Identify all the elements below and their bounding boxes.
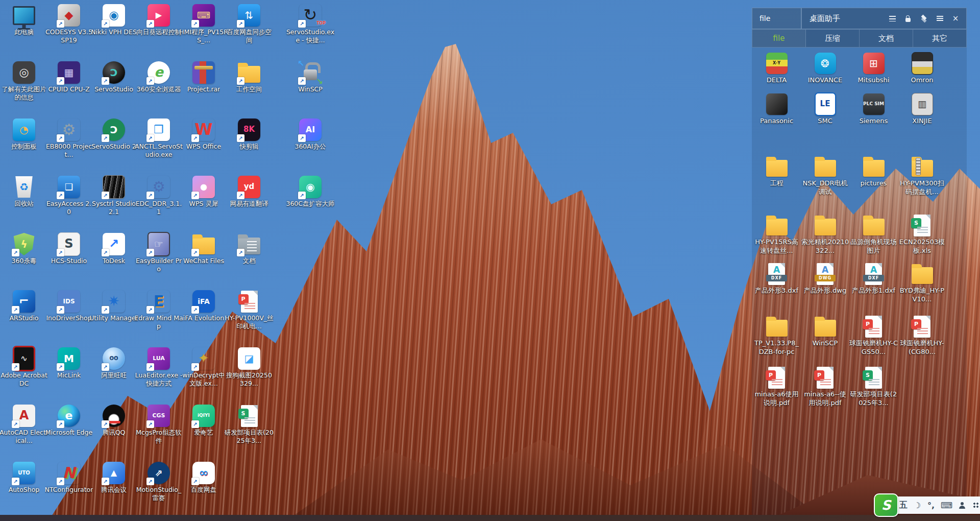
desktop-icon[interactable]: PHY-PV1000V_丝印机电...	[225, 290, 274, 330]
desktop-icon[interactable]: CGS↗McgsPro组态软件	[134, 405, 183, 445]
desktop-icon[interactable]: ▦↗CPUID CPU-Z	[44, 61, 93, 93]
desktop-icon[interactable]: ↗腾讯QQ	[89, 405, 138, 437]
punctuation-toggle[interactable]: °,	[927, 501, 935, 510]
lock-icon[interactable]	[904, 14, 912, 22]
desktop-icon[interactable]: IDS↗InoDriverShop	[44, 290, 93, 322]
menu-icon[interactable]	[936, 14, 944, 22]
tab-压缩[interactable]: 压缩	[806, 30, 860, 47]
file-item[interactable]: 工程	[752, 156, 801, 188]
assistant-window-tab[interactable]: file	[752, 8, 801, 29]
desktop-icon[interactable]: 此电脑	[0, 4, 48, 36]
file-item[interactable]: WinSCP	[801, 316, 849, 348]
file-item[interactable]: TP_V1.33.P8_DZB-for-pc	[752, 316, 801, 357]
desktop-icon[interactable]: ●↗WPS 灵犀	[179, 176, 228, 208]
file-item[interactable]: HY-PVM300扫码摆盘机...	[898, 156, 946, 197]
sogou-logo-icon[interactable]: S	[874, 493, 898, 517]
desktop-icon[interactable]: ↻TOP↗ServoStudio.exe - 快捷...	[286, 4, 335, 44]
desktop-icon[interactable]: UTO↗AutoShop	[0, 462, 48, 494]
desktop-icon[interactable]: ◎了解有关此图片的信息	[0, 61, 48, 102]
desktop-icon[interactable]: ↖↘↗WinSCP	[286, 61, 335, 93]
desktop-icon[interactable]: ▶↗向日葵远程控制	[134, 4, 183, 36]
desktop-icon[interactable]: ↗Sysctrl Studio 2.1	[89, 176, 138, 216]
desktop-icon[interactable]: Ɔ↗ServoStudio 2	[89, 119, 138, 151]
desktop-icon[interactable]: ◆↗CODESYS V3.5 SP19	[44, 4, 93, 44]
desktop-icon[interactable]: LUA↗LuaEditor.exe - 快捷方式	[134, 347, 183, 388]
file-item[interactable]: ❂INOVANCE	[801, 53, 849, 85]
file-item[interactable]: NSK_DDR电机调试	[801, 156, 849, 197]
desktop-icon[interactable]: ʘʘ↗阿里旺旺	[89, 347, 138, 380]
desktop-icon[interactable]: S研发部项目表(2025年3...	[225, 405, 274, 445]
file-item[interactable]: 晶源倒角机现场图片	[849, 215, 898, 255]
desktop-icon[interactable]: iFA↗iFA Evolution	[179, 290, 228, 322]
desktop-icon[interactable]: AI↗360AI办公	[286, 119, 335, 151]
desktop-icon[interactable]: e↗Microsoft Edge	[44, 405, 93, 437]
desktop-icon[interactable]: e↗360安全浏览器	[134, 61, 183, 93]
wubi-mode-button[interactable]: 五	[899, 500, 908, 511]
desktop-icon[interactable]: ◪搜狗截图20250329...	[225, 347, 274, 388]
desktop-icon[interactable]: ⇅↗百度网盘同步空间	[225, 4, 274, 44]
file-item[interactable]: HY-PV15RS高速转盘丝...	[752, 215, 801, 255]
user-icon[interactable]	[958, 502, 966, 509]
file-item[interactable]: ▥XINJIE	[898, 93, 946, 126]
file-item[interactable]: ADXF产品外形1.dxf	[849, 263, 898, 295]
virtual-keyboard-icon[interactable]: ⌨	[941, 501, 952, 510]
desktop-icon[interactable]: S↗HCS-Studio	[44, 233, 93, 265]
file-item[interactable]: ADXF产品外形3.dxf	[752, 263, 801, 295]
taskbar-edge[interactable]	[0, 515, 980, 521]
tab-其它[interactable]: 其它	[913, 30, 966, 47]
desktop-icon[interactable]: ∿↗Adobe Acrobat DC	[0, 347, 48, 388]
desktop-icon[interactable]: ⇗↗MotionStudio_雷赛	[134, 462, 183, 502]
desktop-icon[interactable]: Ɔ↗ServoStudio	[89, 61, 138, 93]
file-item[interactable]: Omron	[898, 53, 946, 85]
desktop-icon[interactable]: 8K↗快剪辑	[225, 119, 274, 151]
desktop-icon[interactable]: ↗↗ToDesk	[89, 233, 138, 265]
file-item[interactable]: P球面铣磨机HY-CGS50...	[849, 316, 898, 357]
desktop-icon[interactable]: ❑↗EasyAccess 2.0	[44, 176, 93, 216]
desktop-icon[interactable]: ϟ↗360杀毒	[0, 233, 48, 265]
desktop-icon[interactable]: ↗工作空间	[225, 61, 274, 93]
desktop-icon[interactable]: ⚙↗EB8000 Project...	[44, 119, 93, 159]
file-item[interactable]: Panasonic	[752, 93, 801, 126]
desktop-icon[interactable]: ◉↗360C盘扩容大师	[286, 176, 335, 208]
desktop-icon[interactable]: W↗WPS Office	[179, 119, 228, 151]
file-item[interactable]: Pminas-a6--使用说明.pdf	[801, 367, 849, 408]
desktop-icon[interactable]: E↗Edraw Mind Map	[134, 290, 183, 330]
file-item[interactable]: S研发部项目表(2025年3...	[849, 367, 898, 408]
desktop-icon[interactable]: ✦↗winDecrypt中文版.ex...	[179, 347, 228, 388]
desktop-icon[interactable]: ⚙↗EDC_DDR_3.1.1	[134, 176, 183, 216]
close-icon[interactable]: ×	[951, 14, 960, 22]
file-item[interactable]: SECN202503模板.xls	[898, 215, 946, 255]
file-item[interactable]: BYD弗迪_HY-PV10...	[898, 263, 946, 304]
desktop-icon[interactable]: Project.rar	[179, 61, 228, 93]
tab-file[interactable]: file	[752, 30, 806, 47]
night-mode-icon[interactable]: ☽	[913, 501, 921, 510]
desktop-icon[interactable]: A↗AutoCAD Electrical...	[0, 405, 48, 445]
file-item[interactable]: Pminas-a6使用说明.pdf	[752, 367, 801, 408]
desktop-icon[interactable]: ✷↗Utility Manager	[89, 290, 138, 322]
desktop-icon[interactable]: ◉↗Nikki VPH DES	[89, 4, 138, 36]
list-view-icon[interactable]	[888, 14, 896, 22]
file-item[interactable]: 索光精机20210322...	[801, 215, 849, 255]
desktop-icon[interactable]: ⌐↗ARStudio	[0, 290, 48, 322]
desktop-icon[interactable]: ∞↗百度网盘	[179, 462, 228, 494]
desktop-icon[interactable]: ◔控制面板	[0, 119, 48, 151]
desktop-icon[interactable]: iQIYI↗爱奇艺	[179, 405, 228, 437]
desktop-icon[interactable]: yd↗网易有道翻译	[225, 176, 274, 208]
tab-文档[interactable]: 文档	[860, 30, 913, 47]
desktop-icon[interactable]: ⌨↗HMI程序_PV15RS_...	[179, 4, 228, 44]
file-item[interactable]: ADWG产品外形.dwg	[801, 263, 849, 295]
desktop-icon[interactable]: M↗MicLink	[44, 347, 93, 380]
layers-icon[interactable]	[920, 14, 928, 22]
file-item[interactable]: ⊞Mitsubshi	[849, 53, 898, 85]
desktop-icon[interactable]: ❐↗ANCTL.ServoStudio.exe	[134, 119, 183, 159]
file-item[interactable]: X·YDELTA	[752, 53, 801, 85]
toolbox-grid-icon[interactable]	[972, 502, 980, 508]
file-item[interactable]: LESMC	[801, 93, 849, 126]
file-item[interactable]: P球面铣磨机HY-(CG80...	[898, 316, 946, 357]
desktop-icon[interactable]: ↗文档	[225, 233, 274, 265]
desktop-icon[interactable]: ☞↗EasyBuilder Pro	[134, 233, 183, 273]
desktop-icon[interactable]: ▲↗腾讯会议	[89, 462, 138, 494]
file-item[interactable]: PLC SIMSiemens	[849, 93, 898, 126]
desktop-icon[interactable]: ↗WeChat Files	[179, 233, 228, 265]
file-item[interactable]: pictures	[849, 156, 898, 188]
